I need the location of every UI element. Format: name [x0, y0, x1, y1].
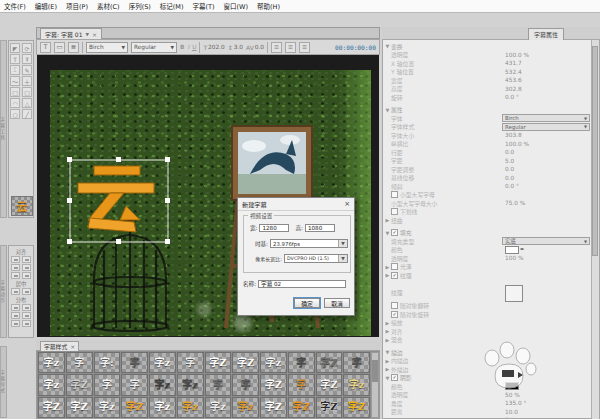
triangle-down-icon[interactable]: ▼ [384, 107, 391, 113]
property-value[interactable]: 431.7 [505, 60, 522, 66]
triangle-down-icon[interactable]: ▼ [384, 375, 391, 381]
triangle-right-icon[interactable]: ▶ [384, 358, 391, 364]
triangle-right-icon[interactable]: ▶ [384, 217, 391, 223]
align-right-icon[interactable]: ≡ [299, 42, 310, 53]
action-button[interactable] [22, 304, 31, 311]
roll-crawl-button[interactable]: ≣ [68, 42, 79, 53]
action-button[interactable] [22, 264, 31, 271]
property-dropdown[interactable]: Birch▼ [502, 114, 590, 122]
property-value[interactable]: 0.0 [505, 175, 514, 181]
triangle-down-icon[interactable]: ▼ [384, 43, 391, 49]
font-size-control[interactable]: T 202.0 [203, 44, 224, 51]
titler-tab[interactable]: 字幕: 字幕 01 ▼ × [40, 28, 102, 39]
property-value[interactable]: 0.0 ° [505, 183, 519, 189]
triangle-down-icon[interactable]: ▼ [384, 349, 391, 355]
collapsed-panel-tab-tools[interactable]: 字幕工具 [0, 40, 7, 218]
italic-button[interactable]: I [187, 44, 189, 50]
action-button[interactable] [22, 288, 31, 295]
style-swatch[interactable]: 字Z [38, 397, 65, 418]
action-button[interactable] [11, 264, 20, 271]
tool-button-0[interactable]: ◤ [10, 43, 20, 53]
tool-button-13[interactable]: ╱ [22, 109, 32, 119]
texture-swatch[interactable] [505, 285, 523, 302]
triangle-right-icon[interactable]: ▶ [384, 264, 391, 270]
tool-button-5[interactable]: ✎ [22, 65, 32, 75]
property-value[interactable]: 453.6 [505, 77, 522, 83]
style-swatch[interactable]: 字Z [232, 352, 259, 373]
tool-button-10[interactable]: ◠ [10, 98, 20, 108]
action-button[interactable] [22, 256, 31, 263]
tool-button-2[interactable]: T [10, 54, 20, 64]
menu-item-7[interactable]: 窗口(W) [224, 1, 249, 11]
new-title-button[interactable]: T [40, 42, 51, 53]
triangle-right-icon[interactable]: ▶ [384, 320, 391, 326]
templates-button[interactable]: ▭ [54, 42, 65, 53]
tool-button-12[interactable]: ○ [10, 109, 20, 119]
style-swatch[interactable]: 字z [94, 397, 121, 418]
leading-control[interactable]: ⇕ 3.0 [228, 44, 243, 51]
title-text-object[interactable] [78, 166, 154, 232]
property-value[interactable]: 5.0 [505, 417, 514, 418]
tool-button-11[interactable]: △ [22, 98, 32, 108]
timebase-dropdown[interactable]: 23.976fps ▼ [270, 239, 348, 248]
style-swatch[interactable]: 字z [177, 374, 204, 395]
style-swatch[interactable]: 字Z [66, 374, 93, 395]
style-swatch[interactable]: 字Z [121, 397, 148, 418]
menu-item-5[interactable]: 标记(M) [160, 1, 184, 11]
collapsed-panel-tab-styles[interactable]: 字幕样式 [0, 346, 7, 418]
style-swatch[interactable]: 字z [205, 397, 232, 418]
action-button[interactable] [11, 312, 20, 319]
property-value[interactable]: 532.4 [505, 69, 522, 75]
style-swatch[interactable]: 字z [232, 397, 259, 418]
style-swatch[interactable]: 字z [149, 397, 176, 418]
tool-button-1[interactable]: ⟳ [22, 43, 32, 53]
properties-scrollbar-thumb[interactable] [592, 46, 598, 256]
style-swatch[interactable]: 字Z [260, 374, 287, 395]
menu-item-3[interactable]: 素材(C) [97, 1, 120, 11]
eyedropper-icon[interactable]: ✒ [520, 246, 525, 252]
style-swatch[interactable]: 字 [288, 352, 315, 373]
style-swatch[interactable]: 字z [260, 352, 287, 373]
checkbox[interactable] [391, 191, 398, 198]
property-value[interactable]: 5.0 [505, 158, 514, 164]
tool-button-7[interactable]: ＋ [22, 76, 32, 86]
collapsed-panel-tab-actions[interactable]: 字幕动作 [0, 245, 7, 338]
action-button[interactable] [11, 288, 20, 295]
tool-button-4[interactable]: ⌶ [10, 65, 20, 75]
tool-button-6[interactable]: 〜 [10, 76, 20, 86]
style-swatch[interactable]: 字Z [343, 397, 370, 418]
ok-button[interactable]: 确定 [294, 298, 320, 308]
style-swatch[interactable]: 字Z [316, 374, 343, 395]
style-swatch[interactable]: 字: [94, 352, 121, 373]
close-icon[interactable]: × [92, 31, 97, 38]
style-swatch[interactable]: 字 [205, 374, 232, 395]
triangle-right-icon[interactable]: ▶ [384, 337, 391, 343]
action-button[interactable] [11, 272, 20, 279]
triangle-down-icon[interactable]: ▼ [384, 230, 391, 236]
current-style-swatch[interactable]: 云 [11, 196, 33, 216]
style-swatch[interactable]: 字 [177, 352, 204, 373]
styles-tab[interactable]: 字幕样式 × [40, 341, 79, 351]
menu-item-2[interactable]: 项目(P) [66, 1, 88, 11]
style-swatch[interactable]: 字z [149, 374, 176, 395]
checkbox[interactable]: ✓ [391, 272, 398, 279]
properties-tab[interactable]: 字幕属性 [528, 28, 564, 40]
font-style-dropdown[interactable]: Regular ▼ [131, 42, 177, 53]
checkbox[interactable]: ✓ [391, 311, 398, 318]
close-icon[interactable]: × [344, 201, 350, 208]
style-swatch[interactable]: 字z [343, 374, 370, 395]
menu-item-8[interactable]: 帮助(H) [257, 1, 280, 11]
align-left-icon[interactable]: ≡ [271, 42, 282, 53]
style-swatch[interactable]: 字Z [66, 397, 93, 418]
color-swatch[interactable] [505, 246, 519, 254]
action-button[interactable] [22, 312, 31, 319]
property-value[interactable]: 0.0 [505, 149, 514, 155]
cancel-button[interactable]: 取消 [324, 298, 350, 308]
property-value[interactable]: 302.8 [505, 86, 522, 92]
property-value[interactable]: 10.0 [505, 409, 518, 415]
property-value[interactable]: 135.0 ° [505, 400, 526, 406]
action-button[interactable] [11, 256, 20, 263]
menu-item-4[interactable]: 序列(S) [129, 1, 151, 11]
property-value[interactable]: 100 % [505, 255, 523, 261]
property-value[interactable]: 75.0 % [505, 200, 525, 206]
